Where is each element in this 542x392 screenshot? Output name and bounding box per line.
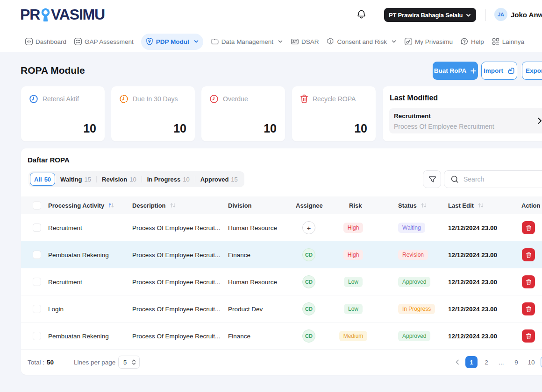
- tab-in-progress[interactable]: In Progress 10: [142, 173, 195, 186]
- cell-description: Process Of Employee Recruit...: [132, 295, 220, 322]
- assignee-badge[interactable]: CD: [302, 302, 315, 315]
- stat-card-due-30-days: Due In 30 Days 10: [111, 86, 195, 141]
- brand-logo[interactable]: PR VASIMU: [20, 6, 105, 23]
- stat-label: Recycle ROPA: [313, 95, 356, 103]
- notification-bell-icon[interactable]: [356, 9, 367, 22]
- tab-count: 10: [183, 176, 189, 183]
- tab-count: 15: [231, 176, 237, 183]
- col-processing-activity[interactable]: Processing Activity: [48, 196, 114, 214]
- keyhole-icon: [41, 8, 50, 22]
- row-checkbox[interactable]: [33, 332, 41, 340]
- col-label: Processing Activity: [48, 202, 104, 209]
- nav-dsar[interactable]: DSAR: [291, 37, 319, 46]
- delete-button[interactable]: [522, 221, 535, 234]
- chevron-right-icon[interactable]: [535, 117, 542, 125]
- stat-card-overdue: Overdue 10: [201, 86, 285, 141]
- nav-label: GAP Assessment: [85, 38, 134, 45]
- nav-label: Dashboard: [36, 38, 66, 45]
- search-input[interactable]: [464, 175, 542, 183]
- tab-count: 10: [129, 176, 136, 183]
- filter-button[interactable]: [423, 170, 441, 188]
- topbar-divider-1: [375, 9, 375, 21]
- stat-label: Overdue: [223, 95, 248, 103]
- add-assignee-button[interactable]: +: [302, 221, 315, 234]
- hexagon-alert-icon: [326, 37, 335, 46]
- cell-last-edit: 12/12/2024 23.00: [448, 322, 497, 350]
- cell-description: Process Of Employee Recruit...: [132, 268, 220, 295]
- stat-label: Due In 30 Days: [133, 95, 178, 103]
- tab-count: 50: [44, 176, 51, 183]
- sort-icon[interactable]: [108, 202, 114, 209]
- app: PR VASIMU PT Prawira Bahagia Selalu JA J…: [0, 0, 542, 392]
- nav-my-privasimu[interactable]: My Privasimu: [404, 37, 453, 46]
- topbar-divider-2: [485, 9, 486, 21]
- nav-data-management[interactable]: Data Management: [211, 37, 283, 46]
- create-ropa-button[interactable]: Buat RoPA: [433, 62, 478, 80]
- import-label: Import: [484, 67, 503, 74]
- tab-all[interactable]: All 50: [30, 173, 55, 186]
- brand-wordmark-pre: PR: [20, 6, 40, 23]
- last-modified-title: Last Modified: [390, 94, 438, 102]
- table-row[interactable]: Recruitment Process Of Employee Recruit.…: [21, 268, 542, 295]
- lines-per-page-select[interactable]: 5: [118, 356, 140, 369]
- import-button[interactable]: Import: [481, 62, 517, 80]
- last-modified-item[interactable]: Recruitment Process Of Employee Recruitm…: [389, 108, 542, 133]
- select-all-checkbox[interactable]: [33, 201, 41, 210]
- table-row[interactable]: Pembuatan Rekening Process Of Employee R…: [21, 241, 542, 268]
- cell-division: Product Dev: [228, 295, 263, 322]
- company-selector[interactable]: PT Prawira Bahagia Selalu: [384, 8, 476, 22]
- row-checkbox[interactable]: [33, 305, 41, 313]
- col-description[interactable]: Description: [132, 196, 176, 214]
- user-avatar[interactable]: JA: [494, 8, 507, 21]
- delete-button[interactable]: [522, 329, 535, 343]
- row-checkbox[interactable]: [33, 251, 41, 259]
- status-badge: Waiting: [398, 223, 425, 233]
- stat-card-recycle-ropa: Recycle ROPA 10: [292, 86, 376, 141]
- nav-help[interactable]: Help: [460, 37, 484, 46]
- status-badge: Approved: [398, 277, 430, 287]
- nav-consent-and-risk[interactable]: Consent and Risk: [326, 37, 397, 46]
- shield-pin-icon: [145, 37, 154, 46]
- row-checkbox[interactable]: [33, 278, 41, 286]
- sort-icon[interactable]: [170, 202, 176, 209]
- table-row[interactable]: Recruitment Process Of Employee Recruit.…: [21, 214, 542, 241]
- delete-button[interactable]: [522, 302, 535, 315]
- sort-icon[interactable]: [478, 202, 484, 209]
- row-checkbox[interactable]: [33, 224, 41, 232]
- main-nav: Dashboard GAP Assessment PDP Modul: [25, 33, 524, 50]
- nav-lainnya[interactable]: Lainnya: [492, 37, 524, 46]
- col-assignee: Assignee: [296, 196, 323, 214]
- col-division: Division: [228, 196, 252, 214]
- trash-icon: [525, 333, 532, 340]
- prev-page-button[interactable]: [451, 356, 464, 368]
- cell-last-edit: 12/12/2024 23.00: [448, 241, 497, 268]
- nav-dashboard[interactable]: Dashboard: [25, 37, 66, 46]
- clock-icon: [209, 94, 219, 104]
- page-button-9[interactable]: 9: [510, 356, 522, 368]
- assignee-badge[interactable]: CD: [302, 329, 315, 343]
- cell-division: Finance: [228, 322, 250, 350]
- delete-button[interactable]: [522, 248, 535, 261]
- page-button-1[interactable]: 1: [465, 356, 478, 368]
- trash-icon: [300, 94, 309, 104]
- nav-pdp-modul[interactable]: PDP Modul: [141, 34, 203, 50]
- trash-icon: [525, 224, 532, 231]
- cell-division: Finance: [228, 241, 250, 268]
- col-last-edit[interactable]: Last Edit: [448, 196, 484, 214]
- export-button[interactable]: Export: [522, 62, 542, 80]
- nav-gap-assessment[interactable]: GAP Assessment: [74, 37, 134, 46]
- tab-approved[interactable]: Approved 15: [195, 173, 243, 186]
- daftar-ropa-card: Daftar ROPA All 50 Waiting 15 Revision 1…: [21, 148, 542, 375]
- tab-revision[interactable]: Revision 10: [97, 173, 142, 186]
- nav-label: PDP Modul: [156, 38, 189, 45]
- assignee-badge[interactable]: CD: [302, 248, 315, 261]
- page-button-10[interactable]: 10: [525, 356, 537, 368]
- sort-icon[interactable]: [421, 202, 427, 209]
- assignee-badge[interactable]: CD: [302, 275, 315, 288]
- table-row[interactable]: Login Process Of Employee Recruit... Pro…: [21, 295, 542, 322]
- tab-waiting[interactable]: Waiting 15: [55, 173, 96, 186]
- page-button-2[interactable]: 2: [480, 356, 492, 368]
- table-row[interactable]: Pembuatan Rekening Process Of Employee R…: [21, 322, 542, 350]
- col-status[interactable]: Status: [398, 196, 427, 214]
- delete-button[interactable]: [522, 275, 535, 288]
